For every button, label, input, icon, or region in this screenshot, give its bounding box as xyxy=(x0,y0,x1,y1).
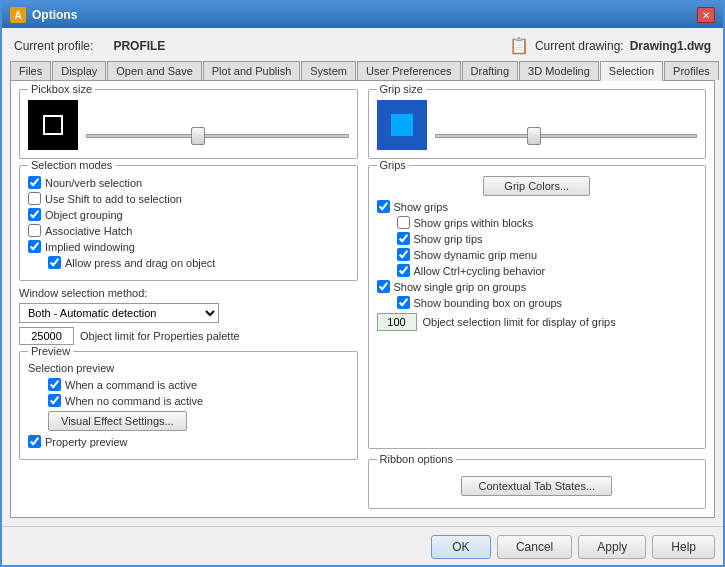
grip-slider-track[interactable] xyxy=(435,134,698,138)
tab-display[interactable]: Display xyxy=(52,61,106,80)
checkbox-dynamic-grip-input[interactable] xyxy=(397,248,410,261)
two-col-layout: Pickbox size xyxy=(19,89,706,509)
drawing-label: Current drawing: xyxy=(535,39,624,53)
checkbox-grips-in-blocks-label: Show grips within blocks xyxy=(414,217,534,229)
checkbox-show-grips-input[interactable] xyxy=(377,200,390,213)
help-button[interactable]: Help xyxy=(652,535,715,559)
checkbox-noun-verb-input[interactable] xyxy=(28,176,41,189)
checkbox-dynamic-grip: Show dynamic grip menu xyxy=(397,248,698,261)
checkbox-implied-windowing-label: Implied windowing xyxy=(45,241,135,253)
checkbox-noun-verb-label: Noun/verb selection xyxy=(45,177,142,189)
grips-group: Grips Grip Colors... Show grips xyxy=(368,165,707,449)
contextual-tab-states-button[interactable]: Contextual Tab States... xyxy=(461,476,612,496)
pickbox-preview xyxy=(28,100,78,150)
grips-object-limit-row: Object selection limit for display of gr… xyxy=(377,313,698,331)
window-title: Options xyxy=(32,8,77,22)
checkbox-cmd-active-label: When a command is active xyxy=(65,379,197,391)
checkbox-associative-hatch-label: Associative Hatch xyxy=(45,225,132,237)
checkbox-single-grip-input[interactable] xyxy=(377,280,390,293)
tab-system[interactable]: System xyxy=(301,61,356,80)
checkbox-press-drag-input[interactable] xyxy=(48,256,61,269)
selection-modes-label: Selection modes xyxy=(28,159,115,171)
checkbox-associative-hatch: Associative Hatch xyxy=(28,224,349,237)
tab-3d-modeling[interactable]: 3D Modeling xyxy=(519,61,599,80)
checkbox-shift-add-label: Use Shift to add to selection xyxy=(45,193,182,205)
checkbox-cmd-active: When a command is active xyxy=(48,378,349,391)
ribbon-options-label: Ribbon options xyxy=(377,453,456,465)
checkbox-cmd-active-input[interactable] xyxy=(48,378,61,391)
checkbox-ctrl-cycling-input[interactable] xyxy=(397,264,410,277)
checkbox-noun-verb: Noun/verb selection xyxy=(28,176,349,189)
grip-size-row xyxy=(377,100,698,150)
selection-modes-list: Noun/verb selection Use Shift to add to … xyxy=(28,176,349,269)
apply-button[interactable]: Apply xyxy=(578,535,646,559)
checkbox-single-grip-label: Show single grip on groups xyxy=(394,281,527,293)
close-button[interactable]: ✕ xyxy=(697,7,715,23)
checkbox-implied-windowing-input[interactable] xyxy=(28,240,41,253)
visual-effect-button[interactable]: Visual Effect Settings... xyxy=(48,411,187,431)
checkbox-single-grip: Show single grip on groups xyxy=(377,280,698,293)
contextual-btn-row: Contextual Tab States... xyxy=(377,476,698,496)
checkbox-ctrl-cycling-label: Allow Ctrl+cycling behavior xyxy=(414,265,546,277)
options-window: A Options ✕ Current profile: PROFILE 📋 C… xyxy=(0,0,725,567)
profile-value: PROFILE xyxy=(113,39,165,53)
tab-plot-and-publish[interactable]: Plot and Publish xyxy=(203,61,301,80)
grip-colors-btn-row: Grip Colors... xyxy=(377,176,698,196)
checkbox-dynamic-grip-label: Show dynamic grip menu xyxy=(414,249,538,261)
object-limit-label: Object limit for Properties palette xyxy=(80,330,240,342)
ribbon-options-group: Ribbon options Contextual Tab States... xyxy=(368,459,707,509)
pickbox-slider-thumb[interactable] xyxy=(191,127,205,145)
right-column: Grip size xyxy=(368,89,707,509)
checkbox-object-grouping-input[interactable] xyxy=(28,208,41,221)
visual-effect-btn-row: Visual Effect Settings... xyxy=(48,411,349,431)
checkbox-show-grips: Show grips xyxy=(377,200,698,213)
object-limit-row: Object limit for Properties palette xyxy=(19,327,358,345)
checkbox-property-preview-label: Property preview xyxy=(45,436,128,448)
content-area: Current profile: PROFILE 📋 Current drawi… xyxy=(2,28,723,526)
title-bar-left: A Options xyxy=(10,7,77,23)
checkbox-shift-add-input[interactable] xyxy=(28,192,41,205)
bottom-bar: OK Cancel Apply Help xyxy=(2,526,723,565)
pickbox-group-label: Pickbox size xyxy=(28,83,95,95)
tab-user-preferences[interactable]: User Preferences xyxy=(357,61,461,80)
grips-content: Grip Colors... Show grips Show grips wit… xyxy=(377,176,698,331)
checkbox-grips-in-blocks-input[interactable] xyxy=(397,216,410,229)
checkbox-grip-tips-input[interactable] xyxy=(397,232,410,245)
checkbox-property-preview-input[interactable] xyxy=(28,435,41,448)
checkbox-associative-hatch-input[interactable] xyxy=(28,224,41,237)
grip-preview xyxy=(377,100,427,150)
tab-drafting[interactable]: Drafting xyxy=(462,61,519,80)
window-selection-dropdown[interactable]: Both - Automatic detection xyxy=(19,303,219,323)
left-column: Pickbox size xyxy=(19,89,358,509)
checkbox-bounding-box-input[interactable] xyxy=(397,296,410,309)
checkbox-press-drag: Allow press and drag on object xyxy=(48,256,349,269)
checkbox-grip-tips-label: Show grip tips xyxy=(414,233,483,245)
tab-open-and-save[interactable]: Open and Save xyxy=(107,61,201,80)
tab-profiles[interactable]: Profiles xyxy=(664,61,719,80)
grips-object-limit-input[interactable] xyxy=(377,313,417,331)
grip-size-label: Grip size xyxy=(377,83,426,95)
profile-label: Current profile: xyxy=(14,39,93,53)
grip-slider-thumb[interactable] xyxy=(527,127,541,145)
checkbox-bounding-box: Show bounding box on groups xyxy=(397,296,698,309)
checkbox-no-cmd: When no command is active xyxy=(48,394,349,407)
preview-group-label: Preview xyxy=(28,345,73,357)
profile-row: Current profile: PROFILE 📋 Current drawi… xyxy=(10,36,715,55)
checkbox-implied-windowing: Implied windowing xyxy=(28,240,349,253)
pickbox-slider-track[interactable] xyxy=(86,134,349,138)
checkbox-no-cmd-label: When no command is active xyxy=(65,395,203,407)
tab-selection[interactable]: Selection xyxy=(600,61,663,81)
checkbox-bounding-box-label: Show bounding box on groups xyxy=(414,297,563,309)
window-selection-label: Window selection method: xyxy=(19,287,358,299)
app-icon: A xyxy=(10,7,26,23)
grip-colors-button[interactable]: Grip Colors... xyxy=(483,176,590,196)
checkbox-no-cmd-input[interactable] xyxy=(48,394,61,407)
checkbox-grip-tips: Show grip tips xyxy=(397,232,698,245)
checkbox-object-grouping: Object grouping xyxy=(28,208,349,221)
object-limit-input[interactable] xyxy=(19,327,74,345)
ok-button[interactable]: OK xyxy=(431,535,491,559)
tab-files[interactable]: Files xyxy=(10,61,51,80)
checkbox-ctrl-cycling: Allow Ctrl+cycling behavior xyxy=(397,264,698,277)
cancel-button[interactable]: Cancel xyxy=(497,535,572,559)
grips-group-label: Grips xyxy=(377,159,409,171)
